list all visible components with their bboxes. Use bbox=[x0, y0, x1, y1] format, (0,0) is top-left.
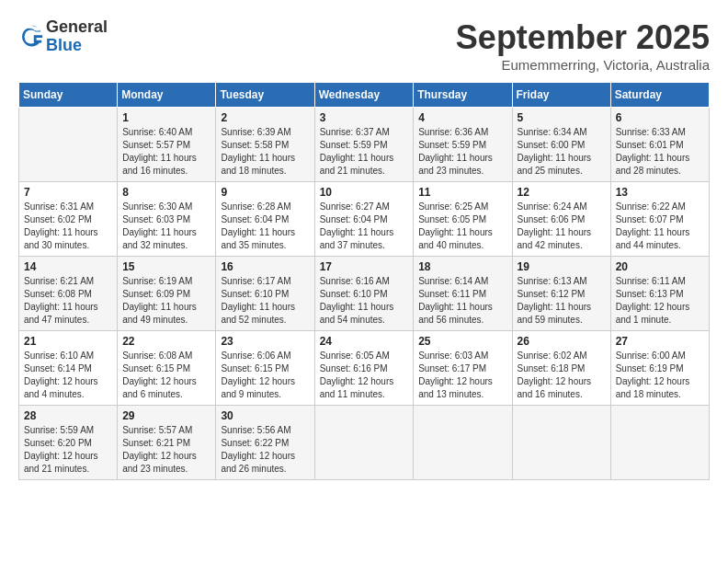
day-cell: 29Sunrise: 5:57 AMSunset: 6:21 PMDayligh… bbox=[118, 406, 216, 480]
day-cell: 25Sunrise: 6:03 AMSunset: 6:17 PMDayligh… bbox=[414, 331, 512, 406]
day-info: Sunrise: 6:17 AMSunset: 6:10 PMDaylight:… bbox=[221, 275, 309, 327]
day-info: Sunrise: 6:21 AMSunset: 6:08 PMDaylight:… bbox=[24, 275, 112, 327]
day-number: 28 bbox=[24, 409, 112, 422]
day-info: Sunrise: 6:36 AMSunset: 5:59 PMDaylight:… bbox=[418, 126, 506, 178]
day-cell bbox=[19, 108, 118, 182]
day-info: Sunrise: 6:33 AMSunset: 6:01 PMDaylight:… bbox=[616, 126, 704, 178]
day-cell: 20Sunrise: 6:11 AMSunset: 6:13 PMDayligh… bbox=[610, 257, 709, 331]
location-text: Eumemmerring, Victoria, Australia bbox=[456, 57, 710, 73]
day-number: 2 bbox=[221, 111, 309, 124]
day-cell: 4Sunrise: 6:36 AMSunset: 5:59 PMDaylight… bbox=[414, 108, 512, 182]
day-cell: 2Sunrise: 6:39 AMSunset: 5:58 PMDaylight… bbox=[216, 108, 314, 182]
day-cell: 18Sunrise: 6:14 AMSunset: 6:11 PMDayligh… bbox=[414, 257, 512, 331]
day-cell: 12Sunrise: 6:24 AMSunset: 6:06 PMDayligh… bbox=[512, 182, 610, 257]
day-info: Sunrise: 6:06 AMSunset: 6:15 PMDaylight:… bbox=[221, 350, 309, 401]
page-header: General Blue September 2025 Eumemmerring… bbox=[18, 18, 710, 73]
day-number: 19 bbox=[518, 260, 606, 273]
day-cell bbox=[314, 406, 414, 480]
day-number: 21 bbox=[24, 335, 112, 348]
weekday-header-sunday: Sunday bbox=[19, 83, 118, 108]
day-info: Sunrise: 6:22 AMSunset: 6:07 PMDaylight:… bbox=[616, 201, 704, 252]
day-cell: 9Sunrise: 6:28 AMSunset: 6:04 PMDaylight… bbox=[216, 182, 314, 257]
weekday-header-monday: Monday bbox=[118, 83, 216, 108]
day-number: 8 bbox=[122, 186, 210, 199]
day-info: Sunrise: 6:40 AMSunset: 5:57 PMDaylight:… bbox=[122, 126, 210, 178]
day-info: Sunrise: 6:39 AMSunset: 5:58 PMDaylight:… bbox=[221, 126, 309, 178]
logo-general-text: General bbox=[46, 18, 108, 37]
day-cell: 6Sunrise: 6:33 AMSunset: 6:01 PMDaylight… bbox=[610, 108, 709, 182]
day-number: 15 bbox=[122, 260, 210, 273]
day-info: Sunrise: 6:27 AMSunset: 6:04 PMDaylight:… bbox=[320, 201, 409, 252]
day-info: Sunrise: 6:08 AMSunset: 6:15 PMDaylight:… bbox=[122, 350, 210, 401]
day-cell: 16Sunrise: 6:17 AMSunset: 6:10 PMDayligh… bbox=[216, 257, 314, 331]
day-cell: 13Sunrise: 6:22 AMSunset: 6:07 PMDayligh… bbox=[610, 182, 709, 257]
day-cell: 23Sunrise: 6:06 AMSunset: 6:15 PMDayligh… bbox=[216, 331, 314, 406]
day-number: 26 bbox=[518, 335, 606, 348]
day-info: Sunrise: 6:28 AMSunset: 6:04 PMDaylight:… bbox=[221, 201, 309, 252]
logo-icon bbox=[18, 24, 44, 50]
day-number: 7 bbox=[24, 186, 112, 199]
day-info: Sunrise: 6:02 AMSunset: 6:18 PMDaylight:… bbox=[518, 350, 606, 401]
day-cell bbox=[414, 406, 512, 480]
day-number: 3 bbox=[320, 111, 409, 124]
day-cell: 14Sunrise: 6:21 AMSunset: 6:08 PMDayligh… bbox=[19, 257, 118, 331]
day-number: 20 bbox=[616, 260, 704, 273]
month-title: September 2025 bbox=[456, 18, 710, 57]
day-number: 4 bbox=[418, 111, 506, 124]
day-info: Sunrise: 6:13 AMSunset: 6:12 PMDaylight:… bbox=[518, 275, 606, 327]
logo-text: General Blue bbox=[46, 18, 108, 55]
day-cell: 1Sunrise: 6:40 AMSunset: 5:57 PMDaylight… bbox=[118, 108, 216, 182]
day-cell: 21Sunrise: 6:10 AMSunset: 6:14 PMDayligh… bbox=[19, 331, 118, 406]
day-cell: 3Sunrise: 6:37 AMSunset: 5:59 PMDaylight… bbox=[314, 108, 414, 182]
day-cell: 11Sunrise: 6:25 AMSunset: 6:05 PMDayligh… bbox=[414, 182, 512, 257]
day-cell bbox=[512, 406, 610, 480]
day-cell: 5Sunrise: 6:34 AMSunset: 6:00 PMDaylight… bbox=[512, 108, 610, 182]
day-info: Sunrise: 6:11 AMSunset: 6:13 PMDaylight:… bbox=[616, 275, 704, 327]
day-info: Sunrise: 6:00 AMSunset: 6:19 PMDaylight:… bbox=[616, 350, 704, 401]
day-number: 17 bbox=[320, 260, 409, 273]
day-info: Sunrise: 6:37 AMSunset: 5:59 PMDaylight:… bbox=[320, 126, 409, 178]
title-block: September 2025 Eumemmerring, Victoria, A… bbox=[456, 18, 710, 73]
day-number: 9 bbox=[221, 186, 309, 199]
day-cell: 22Sunrise: 6:08 AMSunset: 6:15 PMDayligh… bbox=[118, 331, 216, 406]
day-number: 14 bbox=[24, 260, 112, 273]
calendar-table: SundayMondayTuesdayWednesdayThursdayFrid… bbox=[18, 82, 710, 480]
day-number: 10 bbox=[320, 186, 409, 199]
day-info: Sunrise: 6:24 AMSunset: 6:06 PMDaylight:… bbox=[518, 201, 606, 252]
day-cell: 15Sunrise: 6:19 AMSunset: 6:09 PMDayligh… bbox=[118, 257, 216, 331]
day-info: Sunrise: 6:16 AMSunset: 6:10 PMDaylight:… bbox=[320, 275, 409, 327]
weekday-header-saturday: Saturday bbox=[610, 83, 709, 108]
day-number: 12 bbox=[518, 186, 606, 199]
day-cell: 10Sunrise: 6:27 AMSunset: 6:04 PMDayligh… bbox=[314, 182, 414, 257]
weekday-header-tuesday: Tuesday bbox=[216, 83, 314, 108]
day-cell: 26Sunrise: 6:02 AMSunset: 6:18 PMDayligh… bbox=[512, 331, 610, 406]
day-info: Sunrise: 5:57 AMSunset: 6:21 PMDaylight:… bbox=[122, 424, 210, 476]
day-number: 25 bbox=[418, 335, 506, 348]
day-cell: 7Sunrise: 6:31 AMSunset: 6:02 PMDaylight… bbox=[19, 182, 118, 257]
day-info: Sunrise: 6:03 AMSunset: 6:17 PMDaylight:… bbox=[418, 350, 506, 401]
day-cell: 24Sunrise: 6:05 AMSunset: 6:16 PMDayligh… bbox=[314, 331, 414, 406]
day-info: Sunrise: 6:19 AMSunset: 6:09 PMDaylight:… bbox=[122, 275, 210, 327]
week-row-2: 7Sunrise: 6:31 AMSunset: 6:02 PMDaylight… bbox=[19, 182, 710, 257]
day-info: Sunrise: 6:10 AMSunset: 6:14 PMDaylight:… bbox=[24, 350, 112, 401]
day-cell: 27Sunrise: 6:00 AMSunset: 6:19 PMDayligh… bbox=[610, 331, 709, 406]
day-info: Sunrise: 6:30 AMSunset: 6:03 PMDaylight:… bbox=[122, 201, 210, 252]
week-row-5: 28Sunrise: 5:59 AMSunset: 6:20 PMDayligh… bbox=[19, 406, 710, 480]
day-number: 24 bbox=[320, 335, 409, 348]
day-number: 29 bbox=[122, 409, 210, 422]
day-cell bbox=[610, 406, 709, 480]
day-cell: 17Sunrise: 6:16 AMSunset: 6:10 PMDayligh… bbox=[314, 257, 414, 331]
day-info: Sunrise: 6:05 AMSunset: 6:16 PMDaylight:… bbox=[320, 350, 409, 401]
day-number: 30 bbox=[221, 409, 309, 422]
weekday-header-wednesday: Wednesday bbox=[314, 83, 414, 108]
day-number: 13 bbox=[616, 186, 704, 199]
day-info: Sunrise: 5:59 AMSunset: 6:20 PMDaylight:… bbox=[24, 424, 112, 476]
day-number: 18 bbox=[418, 260, 506, 273]
day-info: Sunrise: 5:56 AMSunset: 6:22 PMDaylight:… bbox=[221, 424, 309, 476]
day-info: Sunrise: 6:25 AMSunset: 6:05 PMDaylight:… bbox=[418, 201, 506, 252]
weekday-header-row: SundayMondayTuesdayWednesdayThursdayFrid… bbox=[19, 83, 710, 108]
logo: General Blue bbox=[18, 18, 108, 55]
day-cell: 30Sunrise: 5:56 AMSunset: 6:22 PMDayligh… bbox=[216, 406, 314, 480]
day-number: 1 bbox=[122, 111, 210, 124]
day-info: Sunrise: 6:34 AMSunset: 6:00 PMDaylight:… bbox=[518, 126, 606, 178]
